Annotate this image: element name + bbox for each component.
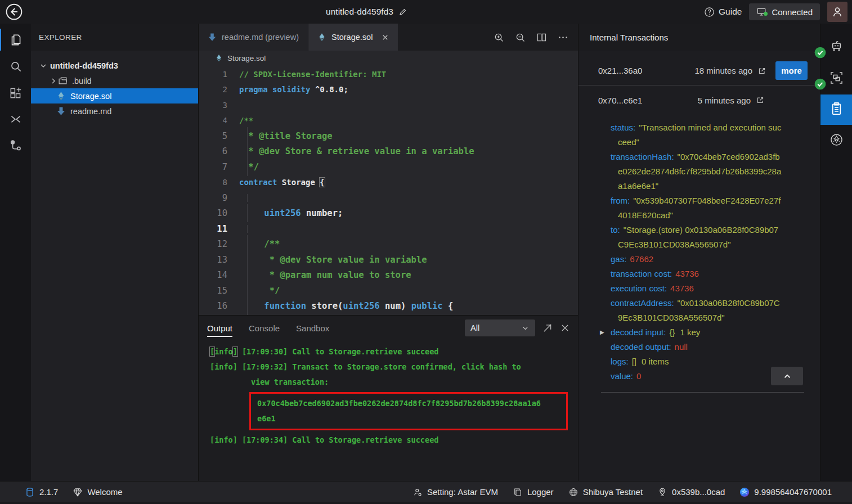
- split-editor-icon[interactable]: [536, 32, 548, 43]
- editor-actions: [493, 24, 578, 51]
- activity-files-button[interactable]: [0, 26, 31, 53]
- code-text: /**: [239, 116, 578, 125]
- code-text: * @dev Store value in variable: [243, 255, 578, 265]
- user-avatar[interactable]: [827, 2, 847, 22]
- tab-readme-md[interactable]: readme.md (preview): [199, 24, 308, 51]
- status-welcome[interactable]: Welcome: [73, 487, 122, 497]
- activity-search-button[interactable]: [0, 53, 31, 79]
- status-logger-label: Logger: [527, 487, 554, 497]
- search-icon: [8, 59, 23, 74]
- zoom-in-icon[interactable]: [493, 32, 505, 43]
- output-controls: All: [465, 320, 570, 336]
- collapse-details-button[interactable]: [771, 367, 803, 385]
- activity-merge-button[interactable]: [0, 106, 31, 132]
- activity-git-branch-button[interactable]: [0, 132, 31, 159]
- tab-storage-sol[interactable]: Storage.sol: [308, 24, 399, 51]
- detail-suffix: 1 key: [680, 327, 700, 337]
- close-panel-icon[interactable]: [560, 323, 570, 333]
- copy-icon: [513, 487, 523, 497]
- code-text: contract Storage {: [239, 178, 578, 187]
- plugin-deploy-button[interactable]: [820, 63, 852, 94]
- back-button[interactable]: [5, 3, 23, 21]
- status-network[interactable]: Shibuya Testnet: [568, 487, 643, 497]
- tx-detail-execution-cost: execution cost:43736: [618, 281, 784, 296]
- status-logger[interactable]: Logger: [513, 487, 554, 497]
- status-setting-label: Setting: Astar EVM: [427, 487, 498, 497]
- log-filter-select[interactable]: All: [465, 320, 535, 336]
- external-link-icon[interactable]: [757, 66, 766, 75]
- clear-output-icon[interactable]: [542, 323, 553, 333]
- status-network-label: Shibuya Testnet: [583, 487, 643, 497]
- code-line-13: 13 * @dev Store value in variable: [199, 252, 578, 268]
- transaction-row-0x70-e6e1[interactable]: 0x70...e6e15 minutes ago: [579, 86, 820, 115]
- tab-output[interactable]: Output: [207, 316, 232, 340]
- code-text: */: [243, 286, 578, 296]
- chevron-right-icon[interactable]: [49, 76, 58, 86]
- tab-console[interactable]: Console: [249, 316, 280, 340]
- check-badge-icon: [814, 78, 826, 90]
- line-number: 15: [199, 286, 239, 296]
- tx-detail-contractaddress: contractAddress:"0x0130a06B28f0C89b07C9E…: [618, 296, 784, 325]
- status-balance[interactable]: 9.998564047670001: [739, 487, 832, 497]
- detail-value: "Storage.(store) 0x0130a06B28f0C89b07C9E…: [618, 225, 778, 249]
- tree-item-build[interactable]: .build: [31, 73, 198, 88]
- more-button[interactable]: more: [775, 61, 808, 80]
- code-text: pragma solidity ^0.8.0;: [239, 85, 578, 94]
- tx-detail-decoded-input: ▶decoded input:{}1 key: [618, 325, 784, 340]
- status-account[interactable]: 0x539b...0cad: [657, 487, 725, 497]
- editor-column: readme.md (preview) Storage.sol Storage.…: [199, 24, 579, 481]
- guide-label: Guide: [719, 7, 742, 17]
- tree-item-readme-md[interactable]: readme.md: [31, 104, 198, 119]
- tx-detail-transactionhash: transactionHash:"0x70c4beb7ced6902ad3fbe…: [618, 150, 784, 194]
- detail-key: value:: [611, 371, 633, 381]
- detail-key: to:: [611, 225, 620, 235]
- plugin-robot-button[interactable]: [820, 32, 852, 63]
- astar-icon: [739, 487, 750, 497]
- code-line-3: 3: [199, 97, 578, 113]
- guide-button[interactable]: Guide: [704, 7, 742, 17]
- plugin-openai-button[interactable]: [820, 125, 852, 156]
- plugin-clipboard-button[interactable]: [820, 94, 852, 125]
- status-setting[interactable]: Setting: Astar EVM: [412, 487, 498, 497]
- plugin-bar: [820, 24, 852, 481]
- openai-icon: [829, 132, 844, 149]
- status-balance-label: 9.998564047670001: [754, 487, 832, 497]
- connected-button[interactable]: Connected: [749, 3, 820, 20]
- line-number: 16: [199, 301, 239, 311]
- more-actions-icon[interactable]: [557, 32, 569, 43]
- external-link-icon[interactable]: [756, 96, 765, 105]
- line-number: 14: [199, 270, 239, 280]
- line-number: 3: [199, 101, 239, 110]
- line-number: 5: [199, 131, 239, 141]
- tx-hash-log-link[interactable]: 0x70c4beb7ced6902ad3fbe0262de2874d8fc7f8…: [249, 392, 568, 430]
- detail-value: 67662: [630, 254, 653, 264]
- merge-icon: [8, 112, 23, 127]
- activity-extensions-button[interactable]: [0, 79, 31, 106]
- code-line-15: 15 */: [199, 283, 578, 299]
- connected-status-dot: [764, 12, 768, 16]
- tx-detail-transaction-cost: transaction cost:43736: [618, 267, 784, 281]
- expand-arrow-icon[interactable]: ▶: [600, 325, 604, 340]
- tree-item-storage-sol[interactable]: Storage.sol: [31, 88, 198, 104]
- edit-title-icon[interactable]: [398, 8, 407, 16]
- code-line-14: 14 * @param num value to store: [199, 268, 578, 284]
- status-welcome-label: Welcome: [87, 487, 122, 497]
- zoom-out-icon[interactable]: [514, 32, 526, 43]
- detail-value: "Transaction mined and execution succeed…: [618, 123, 781, 147]
- tab-sandbox[interactable]: Sandbox: [296, 316, 329, 340]
- close-tab-icon[interactable]: [381, 33, 389, 42]
- code-text: /**: [243, 239, 578, 249]
- code-area[interactable]: 1// SPDX-License-Identifier: MIT2pragma …: [199, 65, 578, 315]
- tx-detail-status: status:"Transaction mined and execution …: [618, 120, 784, 150]
- line-number: 9: [199, 193, 239, 203]
- breadcrumb[interactable]: Storage.sol: [199, 51, 578, 65]
- monitor-icon: [756, 7, 766, 17]
- line-number: 11: [199, 224, 239, 234]
- transaction-row-0x21-36a0[interactable]: 0x21...36a018 minutes agomore: [579, 56, 820, 86]
- line-number: 12: [199, 239, 239, 249]
- explorer-panel: EXPLORER untitled-dd459fd3.buildStorage.…: [31, 24, 199, 481]
- chevron-down-icon[interactable]: [39, 61, 48, 70]
- code-line-4: 4/**: [199, 113, 578, 129]
- code-editor[interactable]: Storage.sol 1// SPDX-License-Identifier:…: [199, 51, 578, 315]
- tree-item-untitled-dd459fd3[interactable]: untitled-dd459fd3: [31, 58, 198, 73]
